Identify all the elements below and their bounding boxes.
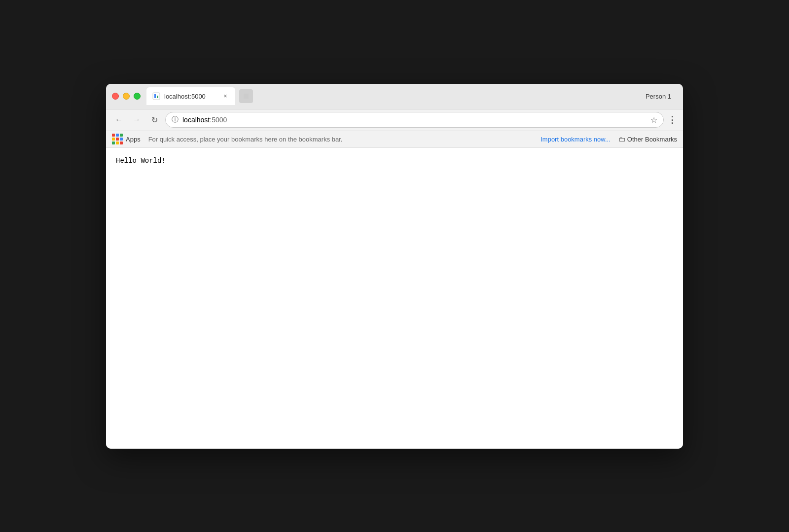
svg-rect-1 bbox=[154, 94, 156, 98]
tab-bar: localhost:5000 × bbox=[146, 87, 640, 105]
tab-title: localhost:5000 bbox=[164, 93, 217, 100]
apps-dot bbox=[116, 134, 119, 137]
address-text: localhost:5000 bbox=[182, 116, 646, 124]
apps-dot bbox=[120, 142, 123, 144]
address-domain: localhost bbox=[182, 116, 210, 124]
apps-dot bbox=[112, 134, 115, 137]
tab-close-button[interactable]: × bbox=[221, 92, 229, 100]
svg-rect-2 bbox=[157, 96, 158, 98]
folder-icon: 🗀 bbox=[618, 135, 625, 143]
reload-button[interactable]: ↻ bbox=[147, 113, 161, 127]
traffic-lights bbox=[112, 93, 141, 100]
apps-dot bbox=[112, 142, 115, 144]
browser-window: localhost:5000 × Person 1 ← → ↻ ⓘ localh… bbox=[106, 84, 683, 449]
bookmark-star-button[interactable]: ☆ bbox=[650, 115, 657, 125]
forward-button[interactable]: → bbox=[130, 113, 143, 127]
close-button[interactable] bbox=[112, 93, 119, 100]
new-tab-button[interactable] bbox=[239, 89, 253, 103]
apps-label[interactable]: Apps bbox=[126, 136, 141, 143]
page-content: Hello World! bbox=[106, 148, 683, 449]
svg-rect-0 bbox=[153, 93, 160, 100]
profile-name: Person 1 bbox=[640, 91, 677, 102]
nav-bar: ← → ↻ ⓘ localhost:5000 ☆ ⋮ bbox=[106, 109, 683, 131]
info-icon: ⓘ bbox=[172, 115, 179, 124]
address-port: :5000 bbox=[210, 116, 227, 124]
import-bookmarks-link[interactable]: Import bookmarks now... bbox=[540, 136, 610, 143]
apps-dot bbox=[120, 134, 123, 137]
maximize-button[interactable] bbox=[134, 93, 141, 100]
tab-favicon bbox=[152, 92, 160, 100]
apps-dot bbox=[116, 142, 119, 144]
minimize-button[interactable] bbox=[123, 93, 130, 100]
apps-dot bbox=[120, 138, 123, 141]
apps-grid-icon bbox=[112, 134, 123, 144]
apps-dot bbox=[112, 138, 115, 141]
other-bookmarks-label: Other Bookmarks bbox=[627, 136, 677, 143]
page-text: Hello World! bbox=[116, 157, 166, 165]
address-bar[interactable]: ⓘ localhost:5000 ☆ bbox=[165, 112, 664, 128]
bookmarks-bar-info: For quick access, place your bookmarks h… bbox=[148, 136, 539, 143]
bookmarks-bar: Apps For quick access, place your bookma… bbox=[106, 131, 683, 148]
back-button[interactable]: ← bbox=[112, 113, 126, 127]
apps-dot bbox=[116, 138, 119, 141]
title-bar: localhost:5000 × Person 1 bbox=[106, 84, 683, 109]
browser-menu-button[interactable]: ⋮ bbox=[668, 114, 677, 125]
other-bookmarks-button[interactable]: 🗀 Other Bookmarks bbox=[618, 135, 677, 143]
active-tab[interactable]: localhost:5000 × bbox=[146, 87, 235, 105]
